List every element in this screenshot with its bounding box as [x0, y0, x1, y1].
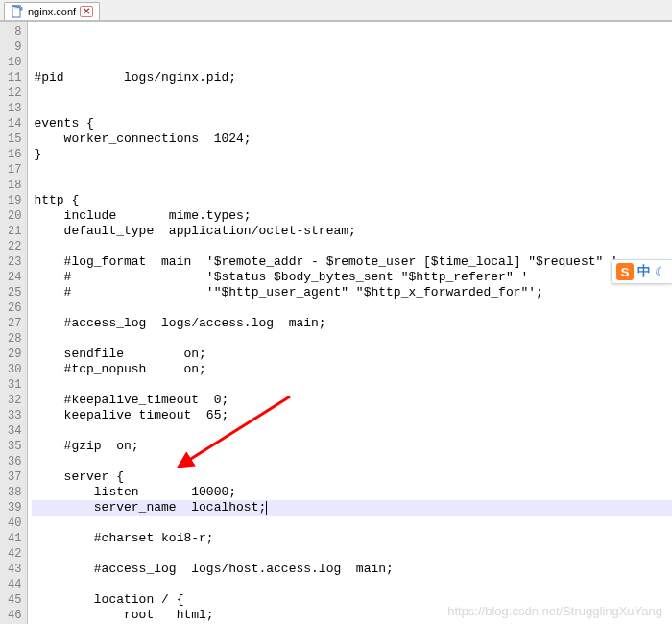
line-number: 22 [8, 239, 21, 254]
line-number: 20 [8, 208, 21, 224]
code-area[interactable]: #pid logs/nginx.pid;events { worker_conn… [28, 22, 672, 624]
line-number: 9 [8, 39, 21, 55]
close-icon[interactable]: ✕ [80, 6, 93, 17]
line-number: 40 [8, 516, 21, 531]
code-line: sendfile on; [32, 347, 672, 362]
code-line: server_name localhost; [32, 500, 672, 516]
line-number-gutter: 8910111213141516171819202122232425262728… [0, 22, 28, 624]
code-line: events { [32, 116, 672, 132]
code-line [32, 516, 672, 531]
text-cursor [266, 501, 267, 515]
line-number: 32 [8, 393, 21, 408]
line-number: 42 [8, 546, 21, 562]
line-number: 29 [8, 347, 21, 362]
line-number: 17 [8, 162, 21, 178]
code-line: default_type application/octet-stream; [32, 224, 672, 239]
watermark-text: https://blog.csdn.net/StrugglingXuYang [447, 604, 662, 618]
line-number: 16 [8, 147, 21, 162]
code-line: server { [32, 469, 672, 485]
code-line: #gzip on; [32, 439, 672, 454]
code-line [32, 577, 672, 592]
ime-lang-label[interactable]: 中 [637, 263, 651, 280]
code-line [32, 546, 672, 562]
moon-icon[interactable]: ☾ [655, 264, 667, 279]
line-number: 41 [8, 531, 21, 546]
line-number: 13 [8, 101, 21, 116]
code-line [32, 300, 672, 316]
code-line: keepalive_timeout 65; [32, 408, 672, 423]
code-editor[interactable]: 8910111213141516171819202122232425262728… [0, 21, 672, 624]
line-number: 36 [8, 454, 21, 469]
line-number: 37 [8, 469, 21, 485]
file-tab-label: nginx.conf [28, 6, 76, 17]
code-line: #keepalive_timeout 0; [32, 393, 672, 408]
line-number: 12 [8, 85, 21, 101]
code-line: include mime.types; [32, 208, 672, 224]
line-number: 15 [8, 132, 21, 147]
line-number: 31 [8, 377, 21, 393]
line-number: 10 [8, 55, 21, 70]
line-number: 44 [8, 577, 21, 592]
line-number: 28 [8, 331, 21, 347]
line-number: 38 [8, 485, 21, 500]
line-number: 35 [8, 439, 21, 454]
line-number: 43 [8, 562, 21, 577]
code-line [32, 454, 672, 469]
ime-toolbar[interactable]: S 中 ☾ [611, 259, 672, 284]
line-number: 18 [8, 178, 21, 193]
tab-bar: nginx.conf ✕ [0, 0, 672, 21]
code-line: http { [32, 193, 672, 208]
line-number: 46 [8, 608, 21, 623]
code-line: #tcp_nopush on; [32, 362, 672, 377]
line-number: 14 [8, 116, 21, 132]
code-line [32, 85, 672, 101]
code-line: # '"$http_user_agent" "$http_x_forwarded… [32, 285, 672, 300]
code-line: #charset koi8-r; [32, 531, 672, 546]
code-line: #pid logs/nginx.pid; [32, 70, 672, 85]
code-line [32, 178, 672, 193]
code-line: #log_format main '$remote_addr - $remote… [32, 254, 672, 270]
line-number: 21 [8, 224, 21, 239]
line-number: 45 [8, 592, 21, 608]
code-line [32, 55, 672, 70]
file-tab[interactable]: nginx.conf ✕ [4, 2, 100, 20]
code-line: worker_connections 1024; [32, 132, 672, 147]
line-number: 23 [8, 254, 21, 270]
line-number: 33 [8, 408, 21, 423]
code-line: # '$status $body_bytes_sent "$http_refer… [32, 270, 672, 285]
code-line [32, 423, 672, 439]
code-line: listen 10000; [32, 485, 672, 500]
code-line: #access_log logs/access.log main; [32, 316, 672, 331]
line-number: 34 [8, 423, 21, 439]
code-line: } [32, 147, 672, 162]
line-number: 24 [8, 270, 21, 285]
code-line [32, 162, 672, 178]
line-number: 26 [8, 300, 21, 316]
line-number: 19 [8, 193, 21, 208]
line-number: 11 [8, 70, 21, 85]
line-number: 25 [8, 285, 21, 300]
code-line [32, 331, 672, 347]
code-line [32, 377, 672, 393]
code-line: #access_log logs/host.access.log main; [32, 562, 672, 577]
line-number: 39 [8, 500, 21, 516]
line-number: 8 [8, 24, 21, 39]
line-number: 27 [8, 316, 21, 331]
code-line [32, 101, 672, 116]
ime-logo-icon: S [616, 263, 634, 280]
file-icon [11, 5, 24, 18]
code-line [32, 239, 672, 254]
line-number: 30 [8, 362, 21, 377]
